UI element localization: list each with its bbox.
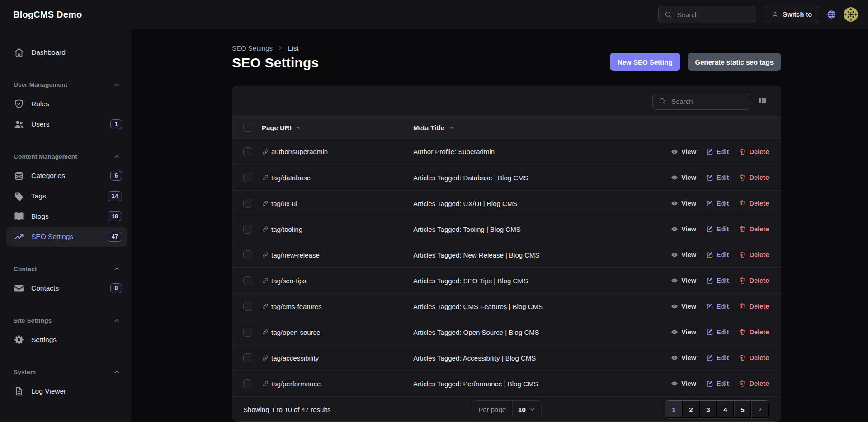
column-header-page-uri[interactable]: Page URI xyxy=(262,124,413,131)
delete-action[interactable]: Delete xyxy=(739,200,769,207)
view-action[interactable]: View xyxy=(671,251,696,258)
row-checkbox[interactable] xyxy=(243,353,252,362)
delete-action[interactable]: Delete xyxy=(739,148,769,155)
edit-action[interactable]: Edit xyxy=(706,251,729,258)
view-action[interactable]: View xyxy=(671,303,696,310)
row-checkbox[interactable] xyxy=(243,225,252,234)
global-search[interactable] xyxy=(658,6,756,23)
globe-icon[interactable] xyxy=(826,9,836,19)
global-search-input[interactable] xyxy=(676,10,750,19)
page-actions: New SEO Setting Generate static seo tags xyxy=(610,53,781,71)
edit-action[interactable]: Edit xyxy=(706,277,729,284)
table-row[interactable]: tag/performance Articles Tagged: Perform… xyxy=(232,370,781,396)
sidebar-item-log-viewer[interactable]: Log Viewer xyxy=(6,381,127,401)
topbar: BlogCMS Demo Switch to xyxy=(0,0,868,29)
trash-icon xyxy=(739,328,746,336)
app-brand[interactable]: BlogCMS Demo xyxy=(13,9,82,20)
sidebar-item-blogs[interactable]: Blogs 18 xyxy=(6,206,127,226)
pencil-square-icon xyxy=(706,328,713,336)
generate-static-seo-tags-button[interactable]: Generate static seo tags xyxy=(688,53,781,71)
pagination-page-2[interactable]: 2 xyxy=(683,400,700,418)
toggle-columns-button[interactable] xyxy=(756,94,769,108)
edit-action[interactable]: Edit xyxy=(706,303,729,310)
avatar[interactable] xyxy=(844,7,858,22)
view-action[interactable]: View xyxy=(671,225,696,233)
sidebar-group-header[interactable]: Contact xyxy=(14,265,120,273)
table-row[interactable]: tag/cms-features Articles Tagged: CMS Fe… xyxy=(232,293,781,319)
switch-to-button[interactable]: Switch to xyxy=(764,6,819,23)
table-row[interactable]: tag/open-source Articles Tagged: Open So… xyxy=(232,319,781,345)
sidebar-group-header[interactable]: Site Settings xyxy=(14,316,120,324)
view-action[interactable]: View xyxy=(671,148,696,155)
row-checkbox[interactable] xyxy=(243,302,252,311)
edit-action[interactable]: Edit xyxy=(706,200,729,207)
per-page-select[interactable]: 10 xyxy=(512,401,541,418)
delete-action[interactable]: Delete xyxy=(739,277,769,284)
pagination-page-5[interactable]: 5 xyxy=(734,400,751,418)
column-header-meta-title[interactable]: Meta Title xyxy=(413,124,769,131)
row-checkbox[interactable] xyxy=(243,276,252,285)
edit-action[interactable]: Edit xyxy=(706,148,729,155)
view-action[interactable]: View xyxy=(671,174,696,181)
pagination-page-1[interactable]: 1 xyxy=(665,400,683,418)
delete-action[interactable]: Delete xyxy=(739,380,769,387)
view-action[interactable]: View xyxy=(671,380,696,387)
edit-action[interactable]: Edit xyxy=(706,225,729,233)
table-search[interactable] xyxy=(652,93,750,110)
delete-action[interactable]: Delete xyxy=(739,251,769,258)
edit-action[interactable]: Edit xyxy=(706,174,729,181)
link-icon xyxy=(262,225,269,233)
row-checkbox[interactable] xyxy=(243,379,252,388)
delete-action[interactable]: Delete xyxy=(739,328,769,336)
table-search-input[interactable] xyxy=(670,97,745,106)
table-row[interactable]: tag/ux-ui Articles Tagged: UX/UI | Blog … xyxy=(232,190,781,216)
new-seo-setting-button[interactable]: New SEO Setting xyxy=(610,53,680,71)
pagination-page-4[interactable]: 4 xyxy=(717,400,734,418)
delete-action[interactable]: Delete xyxy=(739,354,769,361)
edit-action[interactable]: Edit xyxy=(706,354,729,361)
sidebar-item-roles[interactable]: Roles xyxy=(6,94,127,114)
table-row[interactable]: tag/seo-tips Articles Tagged: SEO Tips |… xyxy=(232,267,781,293)
delete-action[interactable]: Delete xyxy=(739,174,769,181)
sidebar-group-header[interactable]: Content Management xyxy=(14,152,120,160)
sidebar-item-contacts[interactable]: Contacts 0 xyxy=(6,278,127,298)
table-row[interactable]: tag/database Articles Tagged: Database |… xyxy=(232,164,781,190)
row-checkbox[interactable] xyxy=(243,173,252,182)
table-row[interactable]: tag/new-release Articles Tagged: New Rel… xyxy=(232,242,781,267)
per-page-control[interactable]: Per page 10 xyxy=(472,400,542,418)
row-checkbox[interactable] xyxy=(243,199,252,208)
table-row[interactable]: tag/accessibility Articles Tagged: Acces… xyxy=(232,345,781,370)
edit-action[interactable]: Edit xyxy=(706,328,729,336)
trash-icon xyxy=(739,174,746,181)
row-checkbox[interactable] xyxy=(243,147,252,156)
pencil-square-icon xyxy=(706,354,713,361)
table-row[interactable]: author/superadmin Author Profile: Supera… xyxy=(232,139,781,164)
view-action[interactable]: View xyxy=(671,200,696,207)
view-action[interactable]: View xyxy=(671,354,696,361)
delete-action[interactable]: Delete xyxy=(739,303,769,310)
sidebar-item-users[interactable]: Users 1 xyxy=(6,114,127,134)
sidebar-item-seo-settings[interactable]: SEO Settings 47 xyxy=(6,227,127,247)
sidebar-group-header[interactable]: System xyxy=(14,368,120,376)
chevron-up-icon xyxy=(113,81,120,88)
row-meta-title: Articles Tagged: Open Source | Blog CMS xyxy=(413,328,671,336)
select-all-checkbox[interactable] xyxy=(243,123,252,132)
delete-action[interactable]: Delete xyxy=(739,225,769,233)
view-action[interactable]: View xyxy=(671,328,696,336)
sidebar-group-header[interactable]: User Management xyxy=(14,80,120,89)
pencil-square-icon xyxy=(706,148,713,155)
row-checkbox[interactable] xyxy=(243,250,252,259)
pagination-page-3[interactable]: 3 xyxy=(700,400,717,418)
pagination-next-button[interactable] xyxy=(751,400,769,418)
sidebar-item-dashboard[interactable]: Dashboard xyxy=(6,42,127,62)
sidebar-item-tags[interactable]: Tags 14 xyxy=(6,186,127,206)
sidebar-item-settings[interactable]: Settings xyxy=(6,330,127,350)
view-action[interactable]: View xyxy=(671,277,696,284)
table-row[interactable]: tag/tooling Articles Tagged: Tooling | B… xyxy=(232,216,781,242)
sidebar-item-categories[interactable]: Categories 6 xyxy=(6,166,127,186)
main-content: SEO Settings List SEO Settings New SEO S… xyxy=(131,29,868,422)
row-meta-title: Articles Tagged: SEO Tips | Blog CMS xyxy=(413,277,671,285)
row-checkbox[interactable] xyxy=(243,328,252,337)
breadcrumb-parent[interactable]: SEO Settings xyxy=(232,44,273,52)
edit-action[interactable]: Edit xyxy=(706,380,729,387)
